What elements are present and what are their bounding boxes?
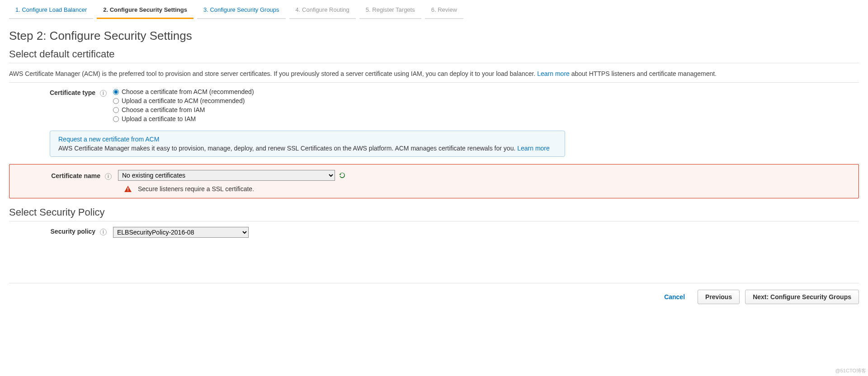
wizard-step-3[interactable]: 3. Configure Security Groups (197, 4, 286, 19)
previous-button[interactable]: Previous (698, 290, 740, 304)
security-policy-label: Security policy i (9, 227, 113, 235)
cert-type-option-label: Choose a certificate from IAM (122, 106, 205, 113)
learn-more-link[interactable]: Learn more (537, 70, 570, 77)
cert-type-option-acm-choose[interactable]: Choose a certificate from ACM (recommend… (113, 88, 859, 95)
security-policy-label-text: Security policy (51, 228, 96, 235)
radio-acm-upload[interactable] (113, 98, 119, 104)
divider (9, 82, 859, 83)
certificate-type-row: Certificate type i Choose a certificate … (9, 88, 859, 124)
certificate-type-label: Certificate type i (9, 88, 113, 97)
error-text: Secure listeners require a SSL certifica… (138, 185, 254, 193)
certificate-type-options: Choose a certificate from ACM (recommend… (113, 88, 859, 124)
radio-iam-choose[interactable] (113, 107, 119, 113)
footer-actions: Cancel Previous Next: Configure Security… (9, 283, 859, 313)
acm-learn-more-link[interactable]: Learn more (517, 145, 550, 152)
security-policy-row: Security policy i ELBSecurityPolicy-2016… (9, 227, 859, 238)
wizard-steps: 1. Configure Load Balancer 2. Configure … (9, 0, 859, 23)
cancel-button[interactable]: Cancel (657, 290, 692, 304)
svg-rect-1 (127, 191, 128, 192)
certificate-name-label-text: Certificate name (51, 172, 100, 179)
request-certificate-link[interactable]: Request a new certificate from ACM (58, 136, 557, 143)
warning-icon (124, 186, 132, 192)
divider (9, 221, 859, 221)
cert-desc-text: AWS Certificate Manager (ACM) is the pre… (9, 70, 537, 77)
certificate-error-message: Secure listeners require a SSL certifica… (124, 185, 854, 193)
radio-acm-choose[interactable] (113, 89, 119, 95)
refresh-icon[interactable] (339, 172, 346, 179)
info-icon[interactable]: i (100, 229, 107, 235)
cert-type-option-label: Upload a certificate to ACM (recommended… (122, 97, 245, 104)
cert-type-option-label: Upload a certificate to IAM (122, 115, 196, 122)
wizard-step-1[interactable]: 1. Configure Load Balancer (9, 4, 93, 19)
cert-type-option-iam-choose[interactable]: Choose a certificate from IAM (113, 106, 859, 113)
radio-iam-upload[interactable] (113, 116, 119, 122)
cert-type-option-iam-upload[interactable]: Upload a certificate to IAM (113, 115, 859, 122)
certificate-type-label-text: Certificate type (50, 89, 95, 96)
svg-rect-0 (127, 188, 128, 190)
next-button[interactable]: Next: Configure Security Groups (745, 290, 859, 304)
wizard-step-4: 4. Configure Routing (289, 4, 356, 19)
wizard-step-5: 5. Register Targets (359, 4, 421, 19)
acm-info-box: Request a new certificate from ACM AWS C… (50, 131, 565, 157)
section-title-policy: Select Security Policy (9, 207, 859, 218)
wizard-step-2[interactable]: 2. Configure Security Settings (97, 4, 193, 19)
page-title: Step 2: Configure Security Settings (9, 29, 859, 43)
info-icon[interactable]: i (105, 173, 112, 180)
certificate-name-select[interactable]: No existing certificates (118, 170, 335, 181)
acm-info-text: AWS Certificate Manager makes it easy to… (58, 145, 517, 152)
info-icon[interactable]: i (100, 90, 107, 97)
certificate-description: AWS Certificate Manager (ACM) is the pre… (9, 69, 859, 79)
cert-type-option-acm-upload[interactable]: Upload a certificate to ACM (recommended… (113, 97, 859, 104)
certificate-name-label: Certificate name i (14, 171, 118, 180)
cert-type-option-label: Choose a certificate from ACM (recommend… (122, 88, 254, 95)
cert-desc-text-b: about HTTPS listeners and certificate ma… (571, 70, 717, 77)
wizard-step-6: 6. Review (425, 4, 463, 19)
divider (9, 63, 859, 63)
section-title-certificate: Select default certificate (9, 48, 859, 60)
certificate-name-error-box: Certificate name i No existing certifica… (9, 164, 859, 198)
security-policy-select[interactable]: ELBSecurityPolicy-2016-08 (113, 227, 249, 238)
